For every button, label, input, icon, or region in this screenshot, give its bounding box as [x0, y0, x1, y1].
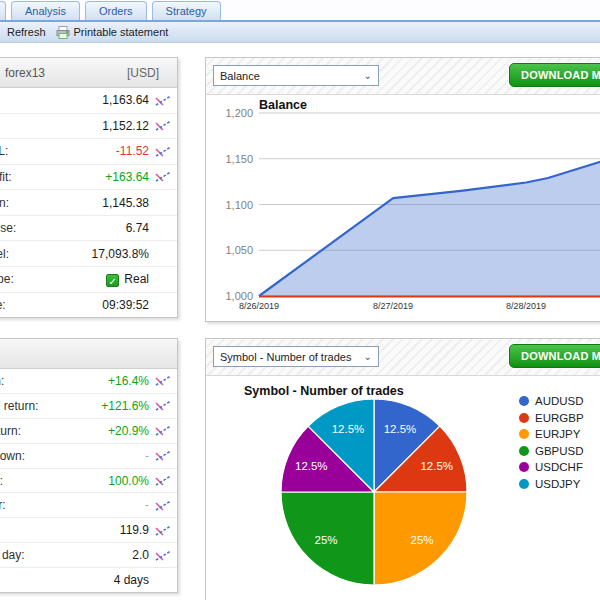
stat-row: Profit factor:-	[0, 493, 177, 518]
stat-value: +20.9%	[108, 424, 149, 438]
pie-chart-header: Symbol - Number of trades ⌄ DOWNLOAD MT4	[206, 339, 600, 376]
stat-value: +16.4%	[108, 374, 149, 388]
legend-label: AUDUSD	[535, 395, 584, 407]
svg-text:8/28/2019: 8/28/2019	[506, 301, 546, 311]
svg-text:1,150: 1,150	[225, 153, 253, 165]
pie-chart-title: Symbol - Number of trades	[244, 384, 404, 398]
svg-text:1,200: 1,200	[225, 107, 253, 119]
legend-item: EURJPY	[519, 426, 584, 443]
stat-row: Win rate %:100.0%	[0, 469, 177, 494]
stat-value: 17,093.8%	[92, 247, 149, 261]
legend-dot-icon	[519, 479, 529, 489]
legend-dot-icon	[519, 413, 529, 423]
stat-row: Free margin:1,145.38	[0, 190, 177, 216]
stat-label: Margin level:	[0, 247, 9, 261]
statistics-panel: Total return:+16.4%Annualised return:+12…	[0, 338, 178, 593]
svg-text:25%: 25%	[314, 534, 337, 546]
stat-row: Margin level:17,093.8%	[0, 241, 177, 267]
statistics-rows: Total return:+16.4%Annualised return:+12…	[0, 369, 177, 592]
balance-chart-select-value: Balance	[220, 70, 260, 82]
mini-chart-icon[interactable]	[154, 424, 172, 437]
mini-chart-icon[interactable]	[154, 499, 172, 512]
svg-text:Balance: Balance	[259, 98, 307, 112]
stat-row: Closed profit:+163.64	[0, 165, 177, 191]
legend-label: EURJPY	[535, 428, 580, 440]
download-mt4-button[interactable]: DOWNLOAD MT4	[509, 63, 600, 87]
toolbar: Refresh Printable statement	[0, 22, 600, 43]
mini-chart-icon[interactable]	[154, 94, 172, 107]
legend-label: USDJPY	[535, 478, 580, 490]
svg-text:12.5%: 12.5%	[420, 460, 453, 472]
legend-item: AUDUSD	[519, 393, 584, 410]
stat-row: Pips:119.9	[0, 518, 177, 543]
account-panel: forex13 [USD] Balance:1,163.64Equity:1,1…	[0, 57, 178, 318]
stat-label: Margin in use:	[0, 221, 16, 235]
legend-dot-icon	[519, 446, 529, 456]
mini-chart-icon[interactable]	[154, 399, 172, 412]
stat-label: Total return:	[0, 374, 4, 388]
printable-label: Printable statement	[74, 26, 169, 38]
stat-label: Win rate %:	[0, 474, 3, 488]
statistics-panel-header	[0, 339, 177, 369]
mini-chart-icon[interactable]	[154, 374, 172, 387]
mini-chart-icon[interactable]	[154, 119, 172, 132]
stat-label: Broker time:	[0, 298, 6, 312]
stat-value: 119.9	[120, 523, 149, 537]
mini-chart-icon[interactable]	[154, 170, 172, 183]
stat-row: Floating P/L:-11.52	[0, 139, 177, 165]
legend-item: GBPUSD	[519, 443, 584, 460]
stat-row: Trades per day:2.0	[0, 543, 177, 568]
svg-text:1,100: 1,100	[225, 199, 253, 211]
stat-label: Annualised return:	[0, 399, 38, 413]
stat-row: Balance:1,163.64	[0, 88, 177, 114]
balance-chart: 1,0001,0501,1001,1501,2008/26/20198/27/2…	[206, 95, 600, 321]
chevron-down-icon: ⌄	[364, 70, 372, 81]
balance-chart-body: 1,0001,0501,1001,1501,2008/26/20198/27/2…	[206, 95, 600, 321]
svg-text:8/27/2019: 8/27/2019	[373, 301, 413, 311]
stat-value: +121.6%	[101, 399, 149, 413]
svg-text:25%: 25%	[410, 534, 433, 546]
printer-icon	[56, 26, 70, 39]
stat-value: 09:39:52	[102, 298, 149, 312]
balance-chart-header: Balance ⌄ DOWNLOAD MT4	[206, 58, 600, 95]
account-panel-header: forex13 [USD]	[0, 58, 177, 88]
mini-chart-icon[interactable]	[154, 524, 172, 537]
legend-item: USDJPY	[519, 476, 584, 493]
stat-value: +163.64	[105, 170, 149, 184]
account-rows: Balance:1,163.64Equity:1,152.12Floating …	[0, 88, 177, 317]
stat-label: Floating P/L:	[0, 144, 8, 158]
balance-chart-select[interactable]: Balance ⌄	[213, 65, 379, 86]
download-mt4-button[interactable]: DOWNLOAD MT4	[509, 344, 600, 368]
stat-value: 1,152.12	[102, 119, 149, 133]
legend-dot-icon	[519, 396, 529, 406]
tab-strategy[interactable]: Strategy	[152, 1, 221, 20]
stat-value: 1,163.64	[102, 93, 149, 107]
tab-partial[interactable]	[0, 1, 6, 20]
stat-value: -11.52	[116, 144, 149, 158]
svg-text:1,050: 1,050	[225, 244, 253, 256]
tab-orders[interactable]: Orders	[85, 1, 147, 20]
app-window: Analysis Orders Strategy Refresh Printab…	[0, 0, 600, 600]
pie-chart-body: Symbol - Number of trades 12.5%12.5%25%2…	[206, 376, 600, 600]
pie-chart-select[interactable]: Symbol - Number of trades ⌄	[213, 346, 379, 367]
mini-chart-icon[interactable]	[154, 145, 172, 158]
stat-label: Account type:	[0, 272, 14, 286]
mini-chart-icon[interactable]	[154, 474, 172, 487]
svg-text:12.5%: 12.5%	[332, 423, 365, 435]
balance-chart-panel: Balance ⌄ DOWNLOAD MT4 1,0001,0501,1001,…	[205, 57, 600, 322]
legend-item: USDCHF	[519, 459, 584, 476]
printable-statement-button[interactable]: Printable statement	[51, 22, 174, 42]
svg-text:12.5%: 12.5%	[384, 423, 417, 435]
tab-analysis[interactable]: Analysis	[11, 1, 80, 20]
stat-label: Free margin:	[0, 196, 9, 210]
stat-row: Account type:✓Real	[0, 267, 177, 293]
stat-row: Equity:1,152.12	[0, 114, 177, 140]
stat-value: 100.0%	[108, 474, 149, 488]
mini-chart-icon[interactable]	[154, 549, 172, 562]
account-currency: [USD]	[127, 66, 177, 80]
mini-chart-icon[interactable]	[154, 449, 172, 462]
refresh-button[interactable]: Refresh	[2, 22, 51, 42]
stat-label: Monthly return:	[0, 424, 21, 438]
stat-label: Closed profit:	[0, 170, 12, 184]
stat-row: Max drawdown:-	[0, 444, 177, 469]
